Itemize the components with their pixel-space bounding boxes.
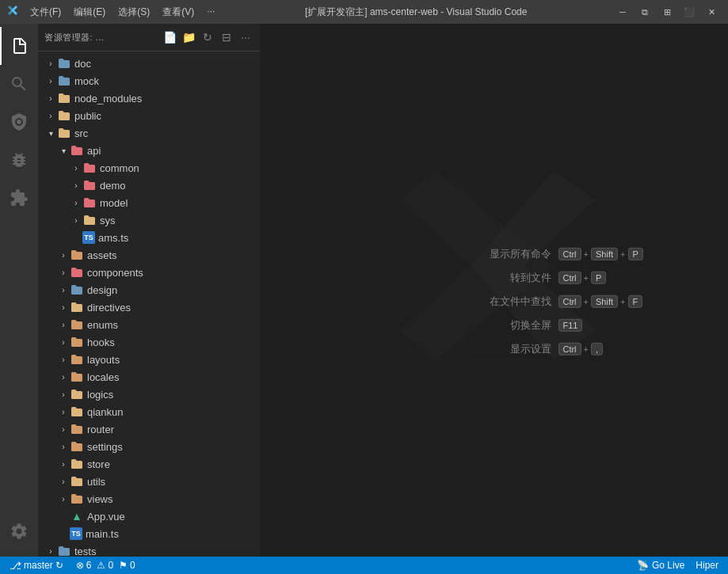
- git-branch[interactable]: ⎇ master ↻: [6, 557, 67, 574]
- item-label-hooks: hooks: [87, 336, 115, 348]
- tree-item-app_vue[interactable]: ▲ App.vue: [38, 507, 260, 525]
- menu-select[interactable]: 选择(S): [113, 4, 154, 21]
- tree-item-common[interactable]: › common: [38, 159, 260, 177]
- grid-button[interactable]: ⊞: [657, 4, 677, 20]
- key-separator: +: [584, 249, 589, 258]
- error-count[interactable]: ⊗ 6 ⚠ 0 ⚑ 0: [73, 557, 139, 574]
- item-label-directives: directives: [87, 302, 131, 314]
- tree-item-views[interactable]: › views: [38, 490, 260, 507]
- tree-item-hooks[interactable]: › hooks: [38, 333, 260, 351]
- tree-item-main_ts[interactable]: TS main.ts: [38, 525, 260, 542]
- key-badge: Ctrl: [558, 295, 581, 307]
- tree-item-ams_ts[interactable]: TS ams.ts: [38, 229, 260, 246]
- key-separator: +: [584, 344, 589, 353]
- menu-more[interactable]: ···: [202, 4, 219, 21]
- tree-item-store[interactable]: › store: [38, 455, 260, 473]
- menu-file[interactable]: 文件(F): [25, 4, 66, 21]
- hint-row-3: 切换全屏 F11: [456, 317, 642, 332]
- tree-item-src[interactable]: ▾ src: [38, 124, 260, 142]
- folder-icon-utils: [70, 474, 84, 488]
- tree-item-directives[interactable]: › directives: [38, 298, 260, 316]
- collapse-button[interactable]: ⊟: [219, 29, 234, 45]
- tree-item-mock[interactable]: › mock: [38, 72, 260, 89]
- folder-icon-sys: [82, 213, 97, 227]
- item-label-node_modules: node_modules: [74, 93, 142, 105]
- folder-arrow-demo: ›: [70, 177, 82, 194]
- tree-item-model[interactable]: › model: [38, 194, 260, 211]
- close-button[interactable]: ✕: [701, 4, 722, 20]
- folder-icon-logics: [70, 387, 84, 401]
- menu-edit[interactable]: 编辑(E): [69, 4, 110, 21]
- activity-settings[interactable]: [0, 512, 38, 550]
- new-folder-button[interactable]: 📁: [181, 29, 196, 45]
- key-badge: Shift: [591, 247, 618, 260]
- tree-item-layouts[interactable]: › layouts: [38, 351, 260, 368]
- tree-item-components[interactable]: › components: [38, 264, 260, 281]
- hiper-button[interactable]: Hiper: [692, 557, 722, 574]
- tree-item-enums[interactable]: › enums: [38, 316, 260, 333]
- folder-arrow-settings: ›: [57, 438, 70, 455]
- folder-arrow-layouts: ›: [57, 351, 70, 368]
- command-hints: 显示所有命令 Ctrl + Shift + P 转到文件 Ctrl + P 在文…: [456, 246, 642, 355]
- info-icon: ⚑: [119, 560, 128, 571]
- warning-icon: ⚠: [97, 560, 105, 571]
- tree-item-assets[interactable]: › assets: [38, 246, 260, 264]
- tree-item-logics[interactable]: › logics: [38, 386, 260, 403]
- tree-item-router[interactable]: › router: [38, 420, 260, 438]
- tree-item-design[interactable]: › design: [38, 281, 260, 298]
- activity-search[interactable]: [0, 65, 38, 103]
- folder-icon-layouts: [70, 352, 84, 367]
- folder-icon-components: [70, 265, 84, 279]
- folder-icon-enums: [70, 317, 84, 332]
- key-badge: F11: [558, 318, 582, 331]
- tree-item-sys[interactable]: › sys: [38, 211, 260, 229]
- window-controls[interactable]: ─ ⧉ ⊞ ⬛ ✕: [612, 4, 722, 20]
- menu-bar[interactable]: 文件(F) 编辑(E) 选择(S) 查看(V) ···: [25, 4, 219, 21]
- folder-arrow-sys: ›: [70, 211, 82, 229]
- item-label-router: router: [87, 424, 114, 435]
- hint-row-0: 显示所有命令 Ctrl + Shift + P: [456, 246, 642, 260]
- folder-arrow-src: ▾: [44, 124, 57, 142]
- item-label-src: src: [74, 127, 88, 139]
- warning-number: 0: [108, 560, 113, 571]
- tree-item-node_modules[interactable]: › node_modules: [38, 89, 260, 107]
- folder-arrow-logics: ›: [57, 386, 70, 403]
- tree-item-demo[interactable]: › demo: [38, 177, 260, 194]
- item-label-doc: doc: [74, 58, 91, 70]
- sidebar-actions[interactable]: 📄 📁 ↻ ⊟ ···: [162, 29, 253, 45]
- main-area: 资源管理器: ... 📄 📁 ↻ ⊟ ··· › doc › mock › no…: [0, 24, 728, 557]
- tree-item-public[interactable]: › public: [38, 107, 260, 124]
- sidebar: 资源管理器: ... 📄 📁 ↻ ⊟ ··· › doc › mock › no…: [38, 24, 260, 557]
- folder-icon-design: [70, 283, 84, 297]
- tree-item-utils[interactable]: › utils: [38, 473, 260, 490]
- refresh-button[interactable]: ↻: [200, 29, 215, 45]
- go-live-icon: 📡: [637, 560, 649, 571]
- hint-keys-2: Ctrl + Shift + F: [558, 295, 642, 307]
- activity-debug[interactable]: [0, 141, 38, 179]
- tree-item-locales[interactable]: › locales: [38, 368, 260, 386]
- folder-icon-api: [70, 143, 84, 158]
- tree-item-settings[interactable]: › settings: [38, 438, 260, 455]
- activity-git[interactable]: [0, 103, 38, 141]
- folder-icon-node_modules: [57, 91, 71, 105]
- activity-extensions[interactable]: [0, 179, 38, 217]
- item-label-demo: demo: [100, 180, 126, 192]
- go-live-button[interactable]: 📡 Go Live: [632, 557, 689, 574]
- key-badge: Ctrl: [558, 342, 581, 355]
- folder-arrow-assets: ›: [57, 246, 70, 264]
- item-label-tests: tests: [74, 545, 96, 557]
- minimize-button[interactable]: ─: [612, 4, 633, 20]
- menu-view[interactable]: 查看(V): [158, 4, 199, 21]
- tree-item-doc[interactable]: › doc: [38, 55, 260, 72]
- restore-button[interactable]: ⧉: [635, 4, 655, 20]
- more-actions-button[interactable]: ···: [238, 29, 253, 45]
- folder-icon-tests: [57, 544, 71, 557]
- new-file-button[interactable]: 📄: [162, 29, 177, 45]
- folder-arrow-mock: ›: [44, 72, 57, 89]
- tree-item-tests[interactable]: › tests: [38, 542, 260, 557]
- tree-item-qiankun[interactable]: › qiankun: [38, 403, 260, 420]
- activity-explorer[interactable]: [0, 27, 38, 65]
- tree-item-api[interactable]: ▾ api: [38, 142, 260, 159]
- status-left: ⎇ master ↻ ⊗ 6 ⚠ 0 ⚑ 0: [6, 557, 139, 574]
- snap-button[interactable]: ⬛: [679, 4, 699, 20]
